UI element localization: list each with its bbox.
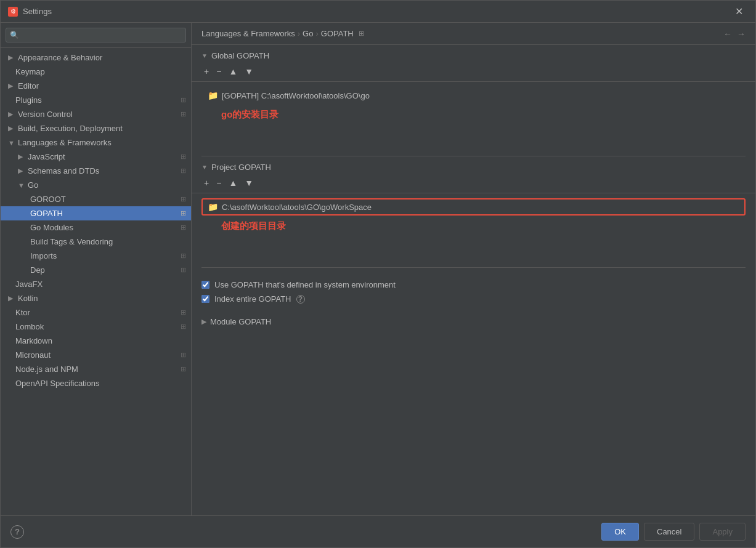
sidebar-item-dep[interactable]: Dep ⊞ <box>1 263 191 277</box>
module-gopath-header: ▶ Module GOPATH <box>192 311 755 332</box>
collapse-icon[interactable]: ▼ <box>201 164 208 171</box>
sidebar: 🔍 ▶ Appearance & Behavior Keymap ▶ Edito… <box>1 23 192 515</box>
sidebar-item-label: OpenAPI Specifications <box>15 379 186 388</box>
sidebar-item-keymap[interactable]: Keymap <box>1 65 191 79</box>
sidebar-item-label: Editor <box>18 81 186 91</box>
sidebar-item-label: Keymap <box>15 67 186 76</box>
nav-forward-button[interactable]: → <box>737 29 746 39</box>
sidebar-item-lombok[interactable]: Lombok ⊞ <box>1 320 191 334</box>
settings-icon: ⊞ <box>181 167 186 175</box>
bottom-bar: ? OK Cancel Apply <box>1 515 755 547</box>
sidebar-item-gopath[interactable]: GOPATH ⊞ <box>1 206 191 220</box>
window-title: Settings <box>23 7 730 16</box>
settings-icon: ⊞ <box>181 209 186 217</box>
settings-icon: ⊞ <box>181 153 186 161</box>
project-gopath-annotation: 创建的项目目录 <box>201 216 746 242</box>
sidebar-item-plugins[interactable]: Plugins ⊞ <box>1 93 191 107</box>
move-up-button[interactable]: ▲ <box>226 65 240 78</box>
settings-icon: ⊞ <box>181 110 186 118</box>
help-button[interactable]: ? <box>10 525 24 539</box>
move-down-project-button[interactable]: ▼ <box>242 177 256 189</box>
expand-icon: ▶ <box>8 124 15 132</box>
sidebar-item-go-modules[interactable]: Go Modules ⊞ <box>1 220 191 235</box>
cancel-button[interactable]: Cancel <box>644 523 694 541</box>
breadcrumb-expand-icon[interactable]: ⊞ <box>359 30 364 38</box>
sidebar-item-goroot[interactable]: GOROOT ⊞ <box>1 192 191 206</box>
sidebar-item-label: Languages & Frameworks <box>18 138 186 147</box>
project-gopath-item[interactable]: 📁 C:\asoftWorktool\atools\GO\goWorkSpace <box>201 198 746 216</box>
settings-icon: ⊞ <box>181 308 186 316</box>
sidebar-item-label: Imports <box>30 251 178 260</box>
ok-button[interactable]: OK <box>601 523 639 541</box>
breadcrumb-part-languages: Languages & Frameworks <box>201 29 295 38</box>
sidebar-item-build-tags[interactable]: Build Tags & Vendoring <box>1 235 191 249</box>
use-gopath-checkbox[interactable] <box>201 281 209 289</box>
sidebar-item-nodejs[interactable]: Node.js and NPM ⊞ <box>1 362 191 376</box>
module-gopath-label: Module GOPATH <box>210 317 271 326</box>
sidebar-item-markdown[interactable]: Markdown <box>1 334 191 348</box>
expand-icon: ▼ <box>8 139 15 147</box>
settings-dialog: ⚙ Settings ✕ 🔍 ▶ Appearance & Behavior <box>0 0 756 548</box>
sidebar-item-label: GOPATH <box>30 209 178 218</box>
expand-icon[interactable]: ▶ <box>201 318 206 326</box>
sidebar-item-label: Appearance & Behavior <box>18 53 186 62</box>
remove-project-path-button[interactable]: − <box>214 177 224 189</box>
expand-icon: ▶ <box>18 167 25 175</box>
nav-back-button[interactable]: ← <box>723 29 732 39</box>
collapse-icon[interactable]: ▼ <box>201 52 208 59</box>
sidebar-item-micronaut[interactable]: Micronaut ⊞ <box>1 348 191 362</box>
search-icon: 🔍 <box>10 31 19 39</box>
search-wrapper: 🔍 <box>6 28 186 42</box>
sidebar-item-label: Schemas and DTDs <box>28 166 178 175</box>
sidebar-item-build[interactable]: ▶ Build, Execution, Deployment <box>1 121 191 135</box>
add-project-path-button[interactable]: + <box>201 177 211 189</box>
sidebar-item-label: Go Modules <box>30 223 178 232</box>
sidebar-item-javafx[interactable]: JavaFX <box>1 277 191 291</box>
sidebar-item-kotlin[interactable]: ▶ Kotlin <box>1 291 191 305</box>
use-gopath-label: Use GOPATH that's defined in system envi… <box>214 280 396 289</box>
global-gopath-item[interactable]: 📁 [GOPATH] C:\asoftWorktool\atools\GO\go <box>201 87 746 104</box>
close-button[interactable]: ✕ <box>730 3 748 20</box>
sidebar-item-label: GOROOT <box>30 195 178 204</box>
sidebar-item-label: Kotlin <box>18 294 186 303</box>
bottom-section: Use GOPATH that's defined in system envi… <box>192 268 755 311</box>
sidebar-list: ▶ Appearance & Behavior Keymap ▶ Editor … <box>1 48 191 515</box>
project-gopath-toolbar: + − ▲ ▼ <box>192 175 755 193</box>
sidebar-item-javascript[interactable]: ▶ JavaScript ⊞ <box>1 150 191 164</box>
project-gopath-header: ▼ Project GOPATH <box>192 156 755 175</box>
sidebar-item-label: Go <box>28 180 186 190</box>
sidebar-item-openapi[interactable]: OpenAPI Specifications <box>1 376 191 390</box>
remove-path-button[interactable]: − <box>214 65 224 78</box>
breadcrumb-bar: Languages & Frameworks › Go › GOPATH ⊞ ←… <box>192 23 755 45</box>
index-gopath-label: Index entire GOPATH <box>214 294 291 304</box>
content-area: 🔍 ▶ Appearance & Behavior Keymap ▶ Edito… <box>1 23 755 515</box>
apply-button[interactable]: Apply <box>699 523 746 541</box>
settings-icon: ⊞ <box>181 96 186 104</box>
index-gopath-checkbox[interactable] <box>201 295 209 303</box>
sidebar-item-version-control[interactable]: ▶ Version Control ⊞ <box>1 107 191 121</box>
breadcrumb-actions: ← → <box>723 29 746 39</box>
move-up-project-button[interactable]: ▲ <box>226 177 240 189</box>
sidebar-item-imports[interactable]: Imports ⊞ <box>1 249 191 263</box>
sidebar-item-label: Plugins <box>15 95 178 105</box>
help-icon[interactable]: ? <box>296 295 305 304</box>
settings-icon: ⊞ <box>181 351 186 359</box>
move-down-button[interactable]: ▼ <box>242 65 256 78</box>
global-gopath-annotation: go的安装目录 <box>201 104 746 131</box>
action-buttons: OK Cancel Apply <box>601 523 746 541</box>
search-input[interactable] <box>6 28 186 42</box>
expand-icon: ▶ <box>18 153 25 161</box>
breadcrumb-part-gopath: GOPATH <box>321 29 354 38</box>
sidebar-item-go[interactable]: ▼ Go <box>1 178 191 192</box>
sidebar-item-ktor[interactable]: Ktor ⊞ <box>1 305 191 320</box>
sidebar-item-editor[interactable]: ▶ Editor <box>1 79 191 93</box>
add-path-button[interactable]: + <box>201 65 211 78</box>
expand-icon: ▶ <box>8 82 15 90</box>
title-bar: ⚙ Settings ✕ <box>1 1 755 23</box>
sidebar-item-languages[interactable]: ▼ Languages & Frameworks <box>1 135 191 150</box>
sidebar-item-appearance[interactable]: ▶ Appearance & Behavior <box>1 50 191 65</box>
sidebar-item-label: JavaScript <box>28 152 178 161</box>
sidebar-item-schemas[interactable]: ▶ Schemas and DTDs ⊞ <box>1 164 191 178</box>
sidebar-item-label: Micronaut <box>15 350 178 360</box>
breadcrumb-separator: › <box>298 29 300 38</box>
